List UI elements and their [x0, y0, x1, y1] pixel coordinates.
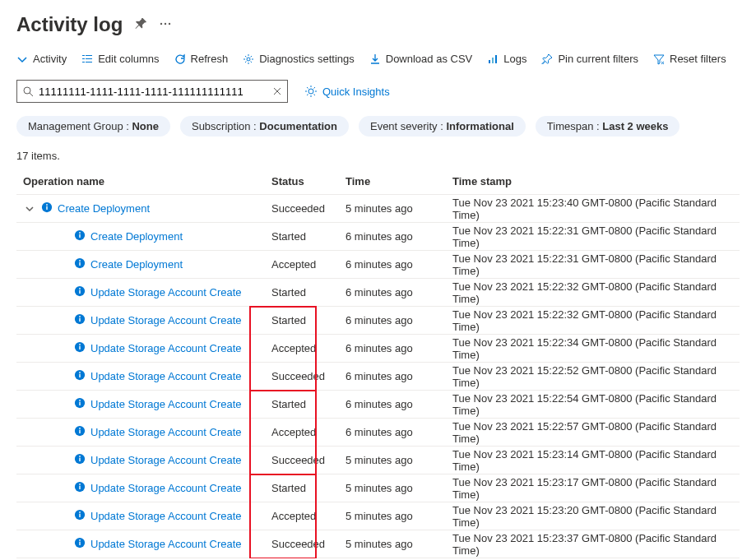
table-row[interactable]: Update Storage Account CreateStarted6 mi…	[16, 391, 740, 419]
svg-point-35	[79, 372, 81, 373]
col-operation[interactable]: Operation name	[16, 175, 271, 187]
status-cell: Accepted	[271, 258, 346, 271]
activity-dropdown[interactable]: Activity	[16, 53, 67, 65]
svg-rect-46	[79, 486, 80, 489]
svg-rect-12	[495, 55, 497, 63]
quick-insights-button[interactable]: Quick Insights	[304, 85, 390, 98]
operation-link[interactable]: Update Storage Account Create	[90, 314, 242, 326]
svg-rect-10	[489, 60, 490, 63]
table-row[interactable]: Create DeploymentAccepted6 minutes agoTu…	[16, 251, 740, 279]
operation-link[interactable]: Create Deployment	[58, 202, 150, 215]
pin-filters-label: Pin current filters	[558, 53, 638, 65]
info-icon	[74, 537, 86, 551]
status-cell: Accepted	[271, 342, 346, 354]
operation-link[interactable]: Update Storage Account Create	[90, 286, 242, 299]
svg-point-0	[160, 22, 162, 24]
table-header: Operation name Status Time Time stamp	[16, 169, 740, 195]
timestamp-cell: Tue Nov 23 2021 15:23:37 GMT-0800 (Pacif…	[452, 532, 740, 557]
operation-link[interactable]: Create Deployment	[90, 230, 183, 243]
filter-severity[interactable]: Event severity : Informational	[359, 116, 526, 137]
search-icon	[22, 86, 34, 97]
clear-icon[interactable]	[272, 86, 282, 96]
svg-point-14	[308, 89, 313, 94]
svg-rect-25	[79, 290, 80, 294]
col-time[interactable]: Time	[346, 175, 452, 187]
time-cell: 6 minutes ago	[346, 314, 452, 326]
timestamp-cell: Tue Nov 23 2021 15:22:54 GMT-0800 (Pacif…	[452, 392, 740, 417]
chevron-down-icon[interactable]	[23, 204, 36, 214]
info-icon	[74, 257, 86, 271]
table-row[interactable]: Update Storage Account CreateSucceeded6 …	[16, 363, 740, 391]
table-row[interactable]: Update Storage Account CreateAccepted5 m…	[16, 502, 740, 530]
operation-link[interactable]: Create Deployment	[90, 258, 183, 271]
table-row[interactable]: Create DeploymentStarted6 minutes agoTue…	[16, 223, 740, 251]
info-icon	[41, 201, 53, 215]
reset-filters-button[interactable]: Reset filters	[653, 53, 726, 65]
refresh-button[interactable]: Refresh	[174, 53, 229, 65]
table-row[interactable]: Create DeploymentSucceeded5 minutes agoT…	[16, 195, 740, 223]
diagnostics-label: Diagnostics settings	[259, 53, 355, 65]
search-input[interactable]	[39, 86, 267, 98]
operation-link[interactable]: Update Storage Account Create	[90, 370, 242, 382]
status-cell: Succeeded	[271, 370, 346, 382]
filter-subscription[interactable]: Subscription : Documentation	[180, 116, 349, 137]
time-cell: 5 minutes ago	[346, 538, 452, 550]
time-cell: 6 minutes ago	[346, 286, 452, 299]
status-cell: Accepted	[271, 510, 346, 522]
logs-button[interactable]: Logs	[487, 53, 526, 65]
operation-link[interactable]: Update Storage Account Create	[90, 538, 242, 550]
table-row[interactable]: Update Storage Account CreateStarted5 mi…	[16, 474, 740, 502]
operation-link[interactable]: Update Storage Account Create	[90, 342, 242, 354]
time-cell: 6 minutes ago	[346, 230, 452, 243]
time-cell: 6 minutes ago	[346, 370, 452, 382]
svg-rect-22	[79, 262, 80, 266]
time-cell: 6 minutes ago	[346, 426, 452, 438]
svg-rect-34	[79, 374, 80, 377]
time-cell: 6 minutes ago	[346, 342, 452, 354]
svg-point-13	[24, 87, 30, 94]
page-title: Activity log	[16, 13, 123, 36]
svg-rect-49	[79, 514, 80, 517]
download-button[interactable]: Download as CSV	[369, 53, 473, 65]
svg-rect-52	[79, 542, 80, 545]
timestamp-cell: Tue Nov 23 2021 15:22:34 GMT-0800 (Pacif…	[452, 336, 740, 361]
status-cell: Succeeded	[271, 538, 346, 550]
edit-columns-button[interactable]: Edit columns	[81, 53, 159, 65]
activity-label: Activity	[33, 53, 67, 65]
info-icon	[74, 397, 86, 411]
table-row[interactable]: Update Storage Account CreateStarted6 mi…	[16, 307, 740, 335]
operation-link[interactable]: Update Storage Account Create	[90, 426, 242, 438]
table-row[interactable]: Update Storage Account CreateAccepted6 m…	[16, 335, 740, 363]
svg-rect-8	[86, 62, 92, 62]
table-row[interactable]: Update Storage Account CreateAccepted6 m…	[16, 419, 740, 447]
table-row[interactable]: Update Storage Account CreateStarted6 mi…	[16, 279, 740, 307]
table-row[interactable]: Update Storage Account CreateSucceeded5 …	[16, 530, 740, 558]
filter-management-group[interactable]: Management Group : None	[16, 116, 170, 137]
logs-label: Logs	[503, 53, 526, 65]
timestamp-cell: Tue Nov 23 2021 15:22:32 GMT-0800 (Pacif…	[452, 308, 740, 333]
col-status[interactable]: Status	[271, 175, 346, 187]
timestamp-cell: Tue Nov 23 2021 15:23:20 GMT-0800 (Pacif…	[452, 504, 740, 529]
info-icon	[74, 285, 86, 299]
info-icon	[74, 425, 86, 439]
operation-link[interactable]: Update Storage Account Create	[90, 482, 242, 494]
pin-icon[interactable]	[134, 17, 147, 33]
svg-rect-6	[86, 58, 92, 59]
operation-link[interactable]: Update Storage Account Create	[90, 510, 242, 522]
diagnostics-button[interactable]: Diagnostics settings	[243, 53, 355, 65]
operation-link[interactable]: Update Storage Account Create	[90, 398, 242, 410]
time-cell: 5 minutes ago	[346, 510, 452, 522]
svg-point-9	[247, 58, 250, 61]
timestamp-cell: Tue Nov 23 2021 15:22:57 GMT-0800 (Pacif…	[452, 420, 740, 445]
svg-rect-40	[79, 430, 80, 433]
svg-rect-11	[492, 58, 494, 63]
filter-timespan[interactable]: Timespan : Last 2 weeks	[536, 116, 680, 137]
pin-filters-button[interactable]: Pin current filters	[541, 53, 638, 65]
more-icon[interactable]	[159, 17, 172, 33]
svg-point-47	[79, 484, 81, 485]
operation-link[interactable]: Update Storage Account Create	[90, 454, 242, 466]
col-timestamp[interactable]: Time stamp	[452, 175, 740, 187]
svg-rect-19	[79, 234, 80, 238]
table-row[interactable]: Update Storage Account CreateSucceeded5 …	[16, 447, 740, 474]
search-box[interactable]	[16, 80, 288, 103]
